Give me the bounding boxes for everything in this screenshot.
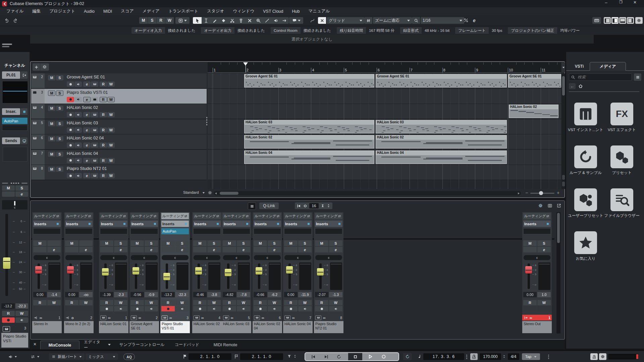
automation-r-button[interactable]: R (157, 17, 165, 24)
insert-slot[interactable] (100, 228, 127, 234)
strip-solo-button[interactable] (79, 240, 93, 246)
inserts-header[interactable]: Inserts (253, 221, 282, 227)
track-edit-button[interactable]: e (83, 158, 91, 163)
strip-pan-control[interactable]: c (34, 255, 60, 260)
strip-solo-button[interactable]: S (207, 240, 221, 246)
undo-icon[interactable] (4, 17, 10, 23)
peak-value[interactable]: -7.8 (237, 292, 250, 297)
ruler-options-button[interactable] (561, 62, 565, 72)
go-to-start-button[interactable] (307, 354, 319, 360)
pan-control[interactable]: c (2, 200, 28, 209)
track-edit-button[interactable]: e (83, 112, 91, 117)
peak-value[interactable]: -1.3 (329, 292, 342, 297)
strip-read-button[interactable]: R (315, 300, 328, 305)
tab-midi-remote[interactable]: MIDI Remote (207, 341, 244, 349)
mixer-strip[interactable]: ルーティングInsertsMSec605∞0.00-11.9RW∞7HALion… (283, 212, 313, 333)
fader-value[interactable]: -0.66 (254, 292, 267, 297)
redo-icon[interactable] (12, 17, 18, 23)
timeline-ruler[interactable]: 1234567891011 (208, 62, 561, 73)
inserts-header[interactable]: Inserts (192, 221, 222, 227)
add-track-button[interactable] (33, 63, 40, 71)
results-list-button[interactable] (634, 73, 641, 81)
audition-tool-button[interactable] (271, 17, 280, 24)
strip-record-button[interactable] (223, 306, 236, 311)
midi-clip[interactable]: HALion Sonic 04 (376, 150, 507, 164)
strip-read-button[interactable]: R (254, 300, 267, 305)
strip-edit-button[interactable]: e (47, 247, 61, 252)
strip-edit-button[interactable]: e (175, 247, 189, 252)
track-record-button[interactable] (67, 127, 74, 133)
grid-zoom-dropdown[interactable]: ズームに適応 (373, 17, 412, 24)
strip-solo-button[interactable]: S (329, 240, 342, 246)
scroll-left-arrow[interactable] (215, 192, 217, 194)
strip-read-button[interactable]: R (33, 300, 47, 305)
range-tool-button[interactable] (202, 17, 210, 24)
media-tile-loop[interactable] (574, 145, 597, 168)
glue-tool-button[interactable] (236, 17, 245, 24)
info-value[interactable]: 接続されました (234, 27, 268, 34)
track-write-button[interactable]: W (107, 112, 115, 117)
scrollbar-thumb[interactable] (220, 192, 238, 195)
zoom-in-button[interactable]: + (556, 190, 560, 195)
audio-settings-button[interactable] (599, 353, 606, 360)
tab-media[interactable]: メディア (590, 62, 626, 71)
track-mute-button[interactable]: M (48, 136, 55, 141)
track-read-button[interactable]: R (100, 81, 107, 87)
mixer-strip[interactable]: ルーティングInsertsMSec605∞-0.66-6.2RW∞6HALion… (253, 212, 282, 333)
inserts-section-button[interactable]: Inser. (2, 108, 20, 115)
strip-mute-button[interactable]: M (523, 240, 537, 246)
strip-monitor-button[interactable] (237, 306, 250, 311)
tab-コードパッド[interactable]: コードパッド (171, 341, 203, 349)
fader-value[interactable]: 0.00 (523, 292, 537, 297)
insert-slot[interactable] (284, 228, 312, 234)
midi-clip[interactable]: Groove Agent SE 01 (376, 74, 507, 87)
splitter-handle[interactable] (206, 119, 207, 121)
strip-pan-control[interactable]: c (223, 255, 250, 260)
strip-record-button[interactable] (254, 306, 267, 311)
insert-slot[interactable] (193, 228, 221, 234)
track-mute-button[interactable]: M (48, 152, 55, 157)
scroll-right-arrow[interactable] (518, 192, 520, 194)
routing-header[interactable]: ルーティング (64, 213, 94, 219)
mixer-strip[interactable]: ルーティングInsertsMec605∞0.00-1.4RW∞1Stereo I… (32, 212, 62, 333)
menu-item-10[interactable]: VST Cloud (259, 7, 287, 15)
close-lower-zone-button[interactable]: ✕ (32, 342, 38, 347)
media-tile-browser[interactable] (610, 188, 633, 211)
workspace-layout-icon[interactable] (2, 44, 12, 47)
mixer-strip[interactable]: ルーティングInsertsMSec605∞-1.39-2.3RW∞1HALion… (99, 212, 128, 333)
spinner-icon[interactable] (327, 204, 330, 208)
strip-mute-button[interactable]: M (254, 240, 267, 246)
line-tool-button[interactable] (263, 17, 271, 24)
strip-write-button[interactable]: W (47, 300, 61, 305)
cycle-button[interactable] (333, 354, 345, 360)
peak-value[interactable]: -0.9 (145, 292, 158, 297)
tab-サンプラーコントロール[interactable]: サンプラーコントロール (117, 341, 167, 349)
track-record-button[interactable] (67, 97, 74, 102)
swing-quantize-icon[interactable] (464, 18, 469, 23)
track-row[interactable]: 5MSHALion Sonic 03eRW (31, 119, 207, 135)
midi-clip[interactable]: Groove Agent SE 01 (508, 74, 561, 87)
midi-clip[interactable]: Groove Agent SE 01 (244, 74, 374, 87)
left-locator-value[interactable]: 2. 1. 1. 0 (189, 353, 231, 360)
menu-item-11[interactable]: Hub (288, 7, 304, 15)
arrangement-area[interactable]: Groove Agent SE 01Groove Agent SE 01Groo… (208, 73, 561, 189)
strip-mute-button[interactable]: M (161, 240, 175, 246)
info-value[interactable]: 48 kHz - 16 bit (422, 27, 452, 34)
track-controls-preset[interactable]: Standard (183, 190, 199, 194)
routing-header[interactable]: ルーティング (99, 213, 128, 219)
routing-header[interactable]: ルーティング (192, 213, 222, 219)
sends-state-button[interactable] (21, 137, 28, 144)
strip-record-button[interactable] (161, 306, 175, 311)
inserts-header[interactable]: Inserts (99, 221, 128, 227)
peak-value[interactable]: 1.0 (537, 292, 551, 297)
mixer-settings-icon[interactable] (538, 203, 543, 208)
read-automation-button[interactable]: R (2, 311, 15, 316)
track-instrument-button[interactable] (91, 97, 98, 102)
midi-clip[interactable]: HALion Sonic 02 (376, 135, 507, 148)
track-mute-button[interactable]: M (48, 106, 55, 111)
strip-monitor-button[interactable] (298, 306, 312, 311)
strip-name-label[interactable]: HALion Sonic 03 (222, 321, 251, 333)
strip-edit-button[interactable]: e (268, 247, 281, 252)
track-solo-button[interactable]: S (56, 75, 63, 80)
strip-read-button[interactable]: R (130, 300, 144, 305)
